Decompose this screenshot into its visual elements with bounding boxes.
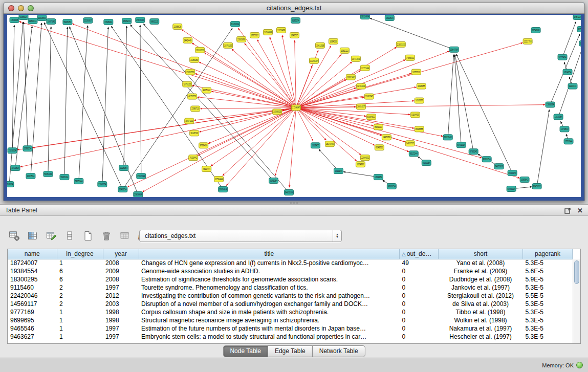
graph-edge[interactable] xyxy=(296,107,373,126)
graph-node[interactable]: 8793243 xyxy=(469,149,478,155)
graph-node[interactable]: 9457224 xyxy=(573,15,581,19)
graph-node[interactable]: 1495755 xyxy=(405,141,415,146)
graph-node[interactable]: 5905144 xyxy=(74,179,83,184)
table-row[interactable]: 946554611997Estimation of the future num… xyxy=(8,324,573,333)
column-header-pagerank[interactable]: pagerank xyxy=(523,249,573,259)
graph-node[interactable]: 1971343 xyxy=(351,56,360,61)
close-window-button[interactable] xyxy=(8,5,14,11)
graph-edge[interactable] xyxy=(12,25,14,150)
column-header-title[interactable]: title xyxy=(139,249,400,259)
graph-edge[interactable] xyxy=(124,26,127,168)
graph-node[interactable]: 1824354 xyxy=(374,174,383,180)
graph-node[interactable]: 1495788 xyxy=(382,135,391,140)
graph-node[interactable]: 1007564 xyxy=(26,173,35,179)
select-columns-icon[interactable] xyxy=(26,229,39,243)
graph-node[interactable]: 1598254 xyxy=(23,146,32,151)
graph-node[interactable]: 1320127 xyxy=(309,58,318,63)
graph-edge[interactable] xyxy=(289,107,296,187)
graph-node[interactable]: 1830025 xyxy=(273,109,282,115)
graph-node[interactable]: 9277434 xyxy=(558,54,567,60)
graph-node[interactable]: 1069842 xyxy=(520,177,529,183)
graph-edge[interactable] xyxy=(296,60,405,108)
graph-edge[interactable] xyxy=(343,172,378,177)
graph-node[interactable]: 1961322 xyxy=(340,48,349,53)
graph-node[interactable]: 1694000 xyxy=(329,38,338,44)
graph-node[interactable]: 1961358 xyxy=(315,42,324,48)
graph-edge[interactable] xyxy=(111,26,223,189)
graph-edge[interactable] xyxy=(238,28,296,107)
graph-node[interactable]: 1814354 xyxy=(563,69,572,75)
graph-edge[interactable] xyxy=(140,25,141,176)
graph-node[interactable]: 1514049 xyxy=(325,141,334,147)
graph-edge[interactable] xyxy=(370,18,454,49)
table-row[interactable]: 1872400712008Changes of HCN gene express… xyxy=(8,259,573,267)
graph-node[interactable]: 9156024 xyxy=(19,15,28,19)
float-panel-icon[interactable] xyxy=(564,207,571,214)
graph-node[interactable]: 8096555 xyxy=(415,126,424,132)
table-row[interactable]: 946362711997Embryonic stem cells: a mode… xyxy=(8,333,573,341)
graph-node[interactable]: 1853004 xyxy=(7,182,14,187)
graph-node[interactable]: 5905154 xyxy=(43,171,53,177)
column-header-name[interactable]: name xyxy=(8,249,57,259)
graph-node[interactable]: 3216444 xyxy=(356,83,365,89)
table-row[interactable]: 1830029562008Estimation of significance … xyxy=(8,275,573,283)
graph-node[interactable]: 1125439 xyxy=(277,27,286,33)
tab-network-table[interactable]: Network Table xyxy=(312,345,365,357)
edit-table-icon[interactable] xyxy=(44,229,58,243)
graph-node[interactable]: 9160014 xyxy=(28,18,37,24)
graph-edge[interactable] xyxy=(211,91,296,107)
new-file-icon[interactable] xyxy=(81,229,95,243)
graph-edge[interactable] xyxy=(102,27,108,184)
graph-node[interactable]: 3618733 xyxy=(190,130,199,136)
graph-node[interactable]: 9860254 xyxy=(387,184,396,189)
graph-node[interactable]: 1724047 xyxy=(292,105,301,111)
graph-node[interactable]: 8549322 xyxy=(375,145,384,150)
graph-edge[interactable] xyxy=(31,23,41,176)
graph-node[interactable]: 2386710 xyxy=(191,106,200,112)
graph-node[interactable]: 1810222 xyxy=(195,47,205,53)
graph-edge[interactable] xyxy=(562,21,576,57)
tab-edge-table[interactable]: Edge Table xyxy=(268,345,313,357)
graph-node[interactable]: 8513244 xyxy=(409,151,418,157)
graph-node[interactable]: 9465524 xyxy=(285,190,294,195)
graph-node[interactable]: 1592344 xyxy=(137,173,146,179)
graph-edge[interactable] xyxy=(275,107,296,176)
delete-icon[interactable] xyxy=(99,229,113,243)
table-source-select[interactable]: citations_edges.txt ▲▼ xyxy=(139,230,342,242)
minimize-window-button[interactable] xyxy=(18,5,24,11)
graph-node[interactable]: 2526004 xyxy=(8,148,17,154)
graph-edge[interactable] xyxy=(448,55,453,138)
graph-node[interactable]: 9245032 xyxy=(532,184,541,189)
graph-node[interactable]: 6613943 xyxy=(443,135,452,140)
column-header-short[interactable]: short xyxy=(439,249,523,259)
graph-node[interactable]: 1604922 xyxy=(356,162,365,167)
graph-edge[interactable] xyxy=(296,107,361,155)
graph-node[interactable]: 2983414 xyxy=(219,187,228,192)
graph-node[interactable]: 5905153 xyxy=(63,19,72,25)
graph-edge[interactable] xyxy=(123,28,232,189)
graph-node[interactable]: 8791914 xyxy=(456,142,466,148)
graph-node[interactable]: 2526067 xyxy=(83,17,93,23)
graph-edge[interactable] xyxy=(127,107,296,187)
table-row[interactable]: 2242004622012Investigating the contribut… xyxy=(8,292,573,300)
graph-node[interactable]: 2983444 xyxy=(136,17,145,23)
graph-node[interactable]: 1759444 xyxy=(214,177,224,182)
graph-node[interactable]: 1513455 xyxy=(311,143,320,148)
graph-node[interactable]: 2185322 xyxy=(396,41,405,47)
graph-node[interactable]: 9245084 xyxy=(269,178,278,184)
graph-node[interactable]: 9739400 xyxy=(199,143,208,148)
graph-edge[interactable] xyxy=(296,107,375,145)
graph-node[interactable]: 2646254 xyxy=(118,187,127,192)
graph-node[interactable]: 1598274 xyxy=(98,182,107,187)
graph-edge[interactable] xyxy=(33,107,296,147)
graph-node[interactable]: 2646231 xyxy=(122,18,132,24)
graph-node[interactable]: 1442449 xyxy=(183,37,192,43)
graph-edge[interactable] xyxy=(295,40,296,108)
import-table-icon[interactable] xyxy=(118,229,132,243)
graph-edge[interactable] xyxy=(24,22,28,148)
graph-node[interactable]: 9156034 xyxy=(577,26,581,32)
graph-node[interactable]: 9245024 xyxy=(507,186,516,192)
graph-edge[interactable] xyxy=(48,27,51,174)
graph-node[interactable]: 8549333 xyxy=(374,124,383,130)
graph-edge[interactable] xyxy=(456,54,512,173)
